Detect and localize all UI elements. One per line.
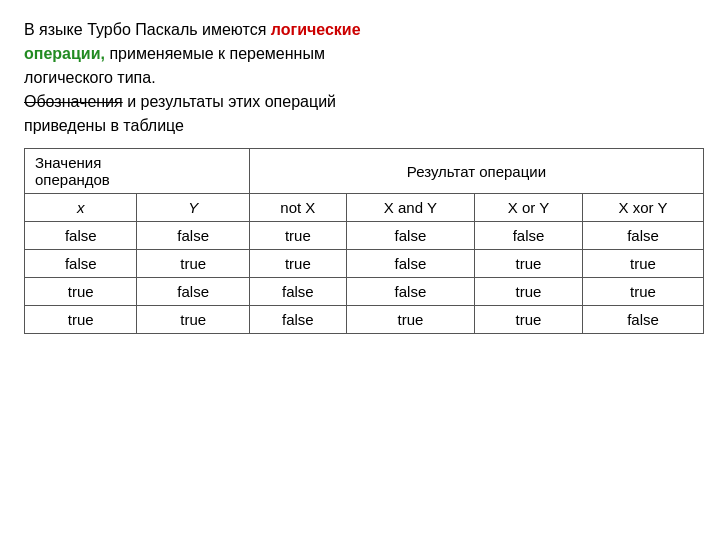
intro-line1: В языке Турбо Паскаль имеются логические xyxy=(24,21,361,38)
row1-x-and-y: false xyxy=(346,250,474,278)
row2-y: false xyxy=(137,278,249,306)
table-section: Значения операндов Результат операции x … xyxy=(24,148,696,334)
table-row: true true false true true false xyxy=(25,306,704,334)
row2-x: true xyxy=(25,278,137,306)
header-operands-text: Значения операндов xyxy=(35,154,110,188)
row3-x-and-y: true xyxy=(346,306,474,334)
subheader-y: Y xyxy=(137,194,249,222)
operations-table: Значения операндов Результат операции x … xyxy=(24,148,704,334)
row0-x: false xyxy=(25,222,137,250)
row3-not-x: false xyxy=(249,306,346,334)
row0-y: false xyxy=(137,222,249,250)
row2-not-x: false xyxy=(249,278,346,306)
row2-x-xor-y: true xyxy=(582,278,703,306)
intro-line3: логического типа. xyxy=(24,69,156,86)
table-row: true false false false true true xyxy=(25,278,704,306)
table-header-row: Значения операндов Результат операции xyxy=(25,149,704,194)
intro-text: В языке Турбо Паскаль имеются логические… xyxy=(24,18,696,138)
intro-before-highlight: В языке Турбо Паскаль имеются xyxy=(24,21,271,38)
table-row: false true true false true true xyxy=(25,250,704,278)
row1-x-xor-y: true xyxy=(582,250,703,278)
table-subheader-row: x Y not X X and Y X or Y X xor Y xyxy=(25,194,704,222)
row0-x-or-y: false xyxy=(475,222,583,250)
intro-strikethrough: Обозначения xyxy=(24,93,123,110)
intro-line5: приведены в таблице xyxy=(24,117,184,134)
row3-x-xor-y: false xyxy=(582,306,703,334)
page-container: В языке Турбо Паскаль имеются логические… xyxy=(0,0,720,540)
subheader-x: x xyxy=(25,194,137,222)
row1-y: true xyxy=(137,250,249,278)
row2-x-or-y: true xyxy=(475,278,583,306)
row3-x: true xyxy=(25,306,137,334)
subheader-x-or-y: X or Y xyxy=(475,194,583,222)
subheader-x-xor-y: X xor Y xyxy=(582,194,703,222)
row0-x-xor-y: false xyxy=(582,222,703,250)
table-row: false false true false false false xyxy=(25,222,704,250)
row1-x: false xyxy=(25,250,137,278)
row2-x-and-y: false xyxy=(346,278,474,306)
header-result: Результат операции xyxy=(249,149,703,194)
row1-not-x: true xyxy=(249,250,346,278)
subheader-not-x: not X xyxy=(249,194,346,222)
intro-line4-mid: и результаты этих операций xyxy=(123,93,336,110)
row0-x-and-y: false xyxy=(346,222,474,250)
highlight-operations: операции, xyxy=(24,45,105,62)
row1-x-or-y: true xyxy=(475,250,583,278)
subheader-x-and-y: X and Y xyxy=(346,194,474,222)
header-operands: Значения операндов xyxy=(25,149,250,194)
highlight-logical: логические xyxy=(271,21,361,38)
row0-not-x: true xyxy=(249,222,346,250)
row3-x-or-y: true xyxy=(475,306,583,334)
intro-line2-after: применяемые к переменным xyxy=(105,45,325,62)
row3-y: true xyxy=(137,306,249,334)
